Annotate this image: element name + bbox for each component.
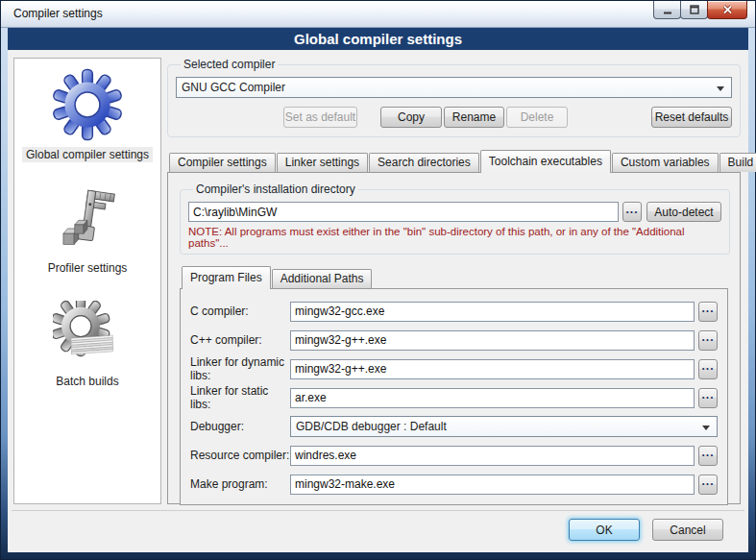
selected-compiler-group-label: Selected compiler: [181, 58, 278, 71]
field-label: C compiler:: [190, 304, 290, 318]
c-compiler-browse-button[interactable]: ...: [698, 302, 718, 322]
field-row-c-compiler: C compiler: ...: [190, 301, 718, 322]
tab-custom-variables[interactable]: Custom variables: [612, 153, 719, 172]
chevron-down-icon: [717, 86, 724, 91]
field-row-static-linker: Linker for static libs: ...: [190, 387, 718, 408]
field-row-debugger: Debugger: GDB/CDB debugger : Default: [190, 416, 718, 437]
c-compiler-input[interactable]: [290, 302, 695, 322]
maximize-button[interactable]: [680, 1, 708, 19]
auto-detect-button[interactable]: Auto-detect: [646, 202, 721, 222]
sidebar-item-global-compiler-settings[interactable]: Global compiler settings: [22, 68, 153, 162]
field-label: Resource compiler:: [190, 449, 290, 462]
field-row-resource-compiler: Resource compiler: ...: [190, 445, 718, 466]
debugger-combobox[interactable]: GDB/CDB debugger : Default: [290, 416, 718, 437]
field-row-make-program: Make program: ...: [190, 474, 718, 495]
minimize-button[interactable]: [653, 1, 681, 19]
main-panel: Selected compiler GNU GCC Compiler Set a…: [167, 58, 743, 504]
tab-search-directories[interactable]: Search directories: [369, 153, 479, 172]
page-title: Global compiler settings: [8, 28, 748, 50]
close-icon: [722, 5, 733, 14]
tab-linker-settings[interactable]: Linker settings: [277, 153, 368, 172]
close-button[interactable]: [707, 1, 747, 19]
sidebar-item-batch-builds[interactable]: Batch builds: [52, 301, 122, 389]
maximize-icon: [690, 5, 699, 14]
sidebar-item-label: Global compiler settings: [22, 147, 153, 162]
field-label: Debugger:: [190, 420, 290, 433]
make-program-input[interactable]: [290, 475, 695, 495]
installation-note: NOTE: All programs must exist either in …: [188, 226, 721, 249]
blue-gear-icon: [51, 68, 124, 141]
field-label: Linker for dynamic libs:: [190, 355, 290, 382]
cpp-compiler-input[interactable]: [290, 330, 695, 351]
tab-compiler-settings[interactable]: Compiler settings: [169, 153, 276, 172]
resource-compiler-input[interactable]: [290, 446, 695, 466]
make-program-browse-button[interactable]: ...: [698, 475, 718, 495]
set-as-default-button[interactable]: Set as default: [283, 107, 357, 128]
gray-gear-papers-icon: [53, 301, 122, 368]
sidebar-item-label: Batch builds: [52, 374, 122, 389]
field-row-cpp-compiler: C++ compiler: ...: [190, 329, 718, 351]
resource-compiler-browse-button[interactable]: ...: [698, 446, 718, 466]
tab-additional-paths[interactable]: Additional Paths: [272, 269, 373, 288]
compiler-buttons-row: Set as default Copy Rename Delete Reset …: [176, 107, 732, 128]
static-linker-browse-button[interactable]: ...: [698, 388, 718, 408]
settings-sidebar: Global compiler settings: [13, 58, 161, 504]
installation-directory-label: Compiler's installation directory: [193, 183, 358, 196]
copy-button[interactable]: Copy: [380, 107, 442, 128]
chevron-down-icon: [702, 426, 710, 430]
tab-program-files[interactable]: Program Files: [182, 266, 271, 289]
toolchain-executables-panel: Compiler's installation directory ... Au…: [167, 172, 741, 504]
dynamic-linker-browse-button[interactable]: ...: [698, 359, 718, 379]
tab-build-options[interactable]: Build options: [719, 153, 756, 172]
caption-buttons: [654, 1, 747, 19]
field-label: Make program:: [190, 477, 290, 491]
titlebar: Compiler settings: [1, 1, 755, 28]
caliper-icon: [56, 187, 119, 255]
selected-compiler-combobox[interactable]: GNU GCC Compiler: [176, 77, 732, 98]
dialog-footer: OK Cancel: [12, 510, 744, 552]
program-tabs: Program Files Additional Paths: [182, 266, 728, 288]
sidebar-item-label: Profiler settings: [44, 260, 132, 276]
dynamic-linker-input[interactable]: [290, 359, 695, 379]
field-label: Linker for static libs:: [190, 384, 290, 411]
field-row-dynamic-linker: Linker for dynamic libs: ...: [190, 358, 718, 379]
cancel-button[interactable]: Cancel: [652, 519, 723, 541]
compiler-settings-window: Compiler settings Global compiler settin…: [0, 0, 756, 560]
installation-directory-group: Compiler's installation directory ... Au…: [180, 183, 730, 255]
debugger-value: GDB/CDB debugger : Default: [296, 420, 447, 433]
ok-button[interactable]: OK: [569, 519, 640, 541]
installation-directory-input[interactable]: [188, 202, 619, 222]
cpp-compiler-browse-button[interactable]: ...: [698, 330, 718, 351]
window-title: Compiler settings: [13, 7, 103, 20]
compiler-tabs: Compiler settings Linker settings Search…: [169, 150, 741, 172]
dialog-body: Global compiler settings: [8, 28, 748, 552]
program-files-panel: C compiler: ... C++ compiler: ... Linker…: [180, 288, 728, 505]
selected-compiler-value: GNU GCC Compiler: [182, 81, 285, 94]
rename-button[interactable]: Rename: [444, 107, 504, 128]
reset-defaults-button[interactable]: Reset defaults: [651, 107, 732, 128]
sidebar-item-profiler-settings[interactable]: Profiler settings: [44, 187, 132, 276]
minimize-icon: [663, 6, 672, 14]
static-linker-input[interactable]: [290, 388, 695, 408]
tab-toolchain-executables[interactable]: Toolchain executables: [480, 150, 611, 173]
field-label: C++ compiler:: [190, 333, 290, 347]
installation-directory-browse-button[interactable]: ...: [622, 202, 642, 222]
delete-button[interactable]: Delete: [506, 107, 568, 128]
selected-compiler-group: Selected compiler GNU GCC Compiler Set a…: [167, 58, 741, 137]
